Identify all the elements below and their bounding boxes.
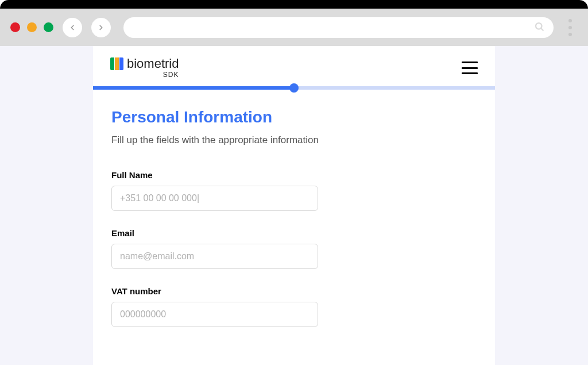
email-input[interactable] [111,244,318,269]
arrow-right-icon [97,24,105,32]
svg-line-1 [541,28,543,30]
window-controls [10,22,53,32]
window-top-bar [0,0,588,9]
form-section: Personal Information Fill up the fields … [93,90,495,327]
progress-bar [93,86,495,90]
browser-back-button[interactable] [63,18,82,37]
window-minimize-button[interactable] [27,22,37,32]
full-name-input[interactable] [111,186,318,211]
window-maximize-button[interactable] [44,22,53,32]
field-full-name: Full Name [111,170,477,211]
progress-knob[interactable] [289,83,299,93]
logo-mark-icon [110,57,123,70]
app-logo: biometrid SDK [110,57,179,78]
window-close-button[interactable] [10,22,20,32]
field-vat: VAT number [111,286,477,327]
vat-label: VAT number [111,286,477,296]
section-title: Personal Information [111,108,477,126]
field-email: Email [111,228,477,269]
email-label: Email [111,228,477,238]
browser-forward-button[interactable] [91,18,111,37]
browser-address-bar[interactable] [123,17,554,38]
browser-chrome [0,9,588,46]
logo-subtitle: SDK [163,71,179,78]
search-icon [534,21,544,34]
section-subtitle: Fill up the fields with the appropriate … [111,135,477,146]
page-viewport: biometrid SDK Personal Information Fill … [0,46,588,365]
page-content: biometrid SDK Personal Information Fill … [93,46,495,365]
app-header: biometrid SDK [93,46,495,86]
progress-fill [93,86,294,90]
hamburger-icon [462,62,478,63]
full-name-label: Full Name [111,170,477,180]
logo-name: biometrid [127,57,179,70]
vat-input[interactable] [111,302,318,327]
menu-button[interactable] [462,62,478,74]
browser-menu-button[interactable] [563,19,578,36]
arrow-left-icon [68,24,76,32]
